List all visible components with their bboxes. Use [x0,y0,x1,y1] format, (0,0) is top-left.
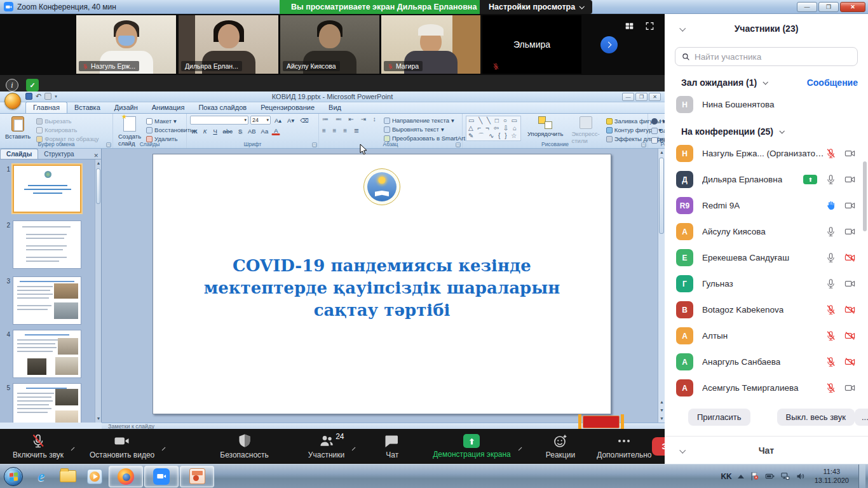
tab-animaciya[interactable]: Анимация [145,102,192,113]
restore-button[interactable]: ❐ [818,2,839,12]
info-icon[interactable]: i [6,79,18,92]
slide-thumbnail-3[interactable]: 3 [3,276,81,325]
network-icon[interactable] [780,471,790,481]
shapes-gallery[interactable]: ▭ ╲ ╲ □ ○ ▭ △ ⌐ ¬ ⇦ ⇩ ⌂ ✎ ⌒ ∿ { } ☆ [466,116,521,141]
participants-button[interactable]: 24 Участники [308,433,344,459]
security-shield-icon[interactable]: ✓ [26,79,39,92]
grow-font-button[interactable]: A▴ [273,116,283,125]
participant-row[interactable]: Д Дильяра Ерлановна [665,166,868,193]
panel-tab-slides[interactable]: Слайды [0,149,38,159]
audio-options-caret[interactable] [71,447,75,451]
char-spacing-button[interactable]: АВ [246,126,258,135]
video-tile-active-speaker[interactable]: Дильяра Ерлан... [179,15,278,74]
taskbar-file-explorer[interactable] [55,466,81,487]
participant-row[interactable]: Г Гульназ [665,271,868,297]
align-text-button[interactable]: Выровнять текст ▾ [384,125,470,133]
search-input[interactable] [695,52,851,62]
participant-row[interactable]: А Айсулу Киясова [665,219,868,245]
chat-button[interactable]: Чат [384,433,400,459]
slide-thumbnail-5[interactable]: 5 [3,383,81,423]
participant-row[interactable]: А Анаргуль Санбаева [665,349,868,375]
participant-row[interactable]: Н Назгуль Ержа... (Организатор, я) [665,140,868,166]
more-button[interactable]: Дополнительно [597,433,651,459]
text-direction-button[interactable]: Направление текста ▾ [384,116,470,125]
ppt-close-button[interactable]: ✕ [649,93,661,101]
participants-options-caret[interactable] [352,447,356,451]
font-color-button[interactable]: А [271,126,280,135]
waiting-room-header[interactable]: Зал ожидания (1) [681,78,767,88]
participants-scrollbar-thumb[interactable] [863,161,867,231]
text-shadow-button[interactable]: S [236,126,245,135]
security-button[interactable]: Безопасность [220,433,269,459]
tab-recenzirovanie[interactable]: Рецензирование [254,102,322,113]
clock[interactable]: 11:43 13.11.2020 [811,468,853,485]
reset-button[interactable]: Восстановить [146,126,193,134]
chat-header[interactable]: Чат [665,437,868,464]
scroll-down-arrow[interactable]: ▼ [95,415,102,423]
start-button[interactable] [4,467,23,486]
taskbar-firefox[interactable] [109,466,143,487]
clear-format-button[interactable]: ⌫ [298,116,310,125]
taskbar-internet-explorer[interactable]: e [29,466,54,487]
tab-glavnaya[interactable]: Главная [25,102,67,113]
close-button[interactable]: ✕ [840,2,865,12]
list-buttons[interactable]: ≔ ≕ ⇤ ⇥ ↕ [322,116,379,123]
change-case-button[interactable]: Аа [259,126,271,135]
video-options-caret[interactable] [162,447,166,451]
mute-all-button[interactable]: Выкл. весь звук [777,409,855,426]
video-tile-no-video[interactable]: Эльмира [482,15,581,74]
ppt-minimize-button[interactable]: — [622,93,634,101]
video-tile[interactable]: Айсулу Киясова [280,15,379,74]
gallery-view-icon[interactable] [624,22,635,30]
participant-row[interactable]: B Botagoz Kabekenova [665,297,868,323]
volume-icon[interactable] [796,471,805,481]
tab-vstavka[interactable]: Вставка [67,102,107,113]
battery-icon[interactable] [765,471,775,481]
message-link[interactable]: Сообщение [807,78,858,88]
participant-row[interactable]: А Асемгуль Темиргалиева [665,375,868,401]
next-videos-button[interactable] [600,36,618,53]
tab-dizayn[interactable]: Дизайн [107,102,145,113]
participant-row[interactable]: Е Ерекешева Сандуғаш [665,245,868,271]
taskbar-media-player[interactable] [82,466,107,487]
fullscreen-icon[interactable] [644,22,655,30]
panel-scrollbar[interactable]: ▲ ▼ [95,159,101,423]
panel-tab-outline[interactable]: Структура [38,149,79,159]
scrollbar-thumb[interactable] [96,168,100,204]
taskbar-powerpoint[interactable] [180,466,214,487]
italic-button[interactable]: К [201,126,210,135]
waiting-participant-row[interactable]: Н Нина Бошенятова [665,92,868,118]
video-tile[interactable]: Магира [381,15,480,74]
slide-thumbnail-4[interactable]: 4 [3,330,81,378]
share-screen-button[interactable]: Демонстрация экрана [433,434,511,459]
font-size-combo[interactable]: 24▾ [250,116,271,125]
dialog-launcher-icon[interactable]: ◳ [641,142,646,147]
underline-button[interactable]: Ч [211,126,220,135]
shrink-font-button[interactable]: A▾ [285,116,296,125]
office-button[interactable] [4,93,21,109]
font-name-combo[interactable]: ▾ [190,116,248,125]
view-settings-button[interactable]: Настройки просмотра [480,0,592,14]
paste-button[interactable]: Вставить [3,116,32,143]
dialog-launcher-icon[interactable]: ◳ [312,142,317,147]
taskbar-zoom[interactable] [144,466,179,487]
scrollbar-thumb[interactable] [659,158,664,234]
invite-button[interactable]: Пригласить [688,409,750,426]
tab-pokaz-slaydov[interactable]: Показ слайдов [191,102,254,113]
slide-canvas[interactable]: COVID-19 пандемиясы кезінде мектептерде … [153,154,611,414]
hidden-icons-arrow[interactable] [738,475,744,478]
tab-vid[interactable]: Вид [322,102,348,113]
unmute-button[interactable]: Включить звук [13,433,64,459]
slide-thumbnail-1[interactable]: 1 [3,165,81,213]
collapse-panel-icon[interactable] [679,25,686,31]
reactions-button[interactable]: Реакции [546,433,575,459]
stop-video-button[interactable]: Остановить видео [90,433,154,459]
search-box[interactable] [675,47,858,66]
minimize-button[interactable]: — [797,2,817,12]
panel-close-icon[interactable]: ✕ [93,152,98,159]
participant-row[interactable]: А Алтын [665,323,868,349]
arrange-button[interactable]: Упорядочить [526,116,566,138]
bold-button[interactable]: Ж [190,126,200,135]
scroll-up-arrow[interactable]: ▲ [95,159,102,167]
language-indicator[interactable]: KK [721,472,731,481]
